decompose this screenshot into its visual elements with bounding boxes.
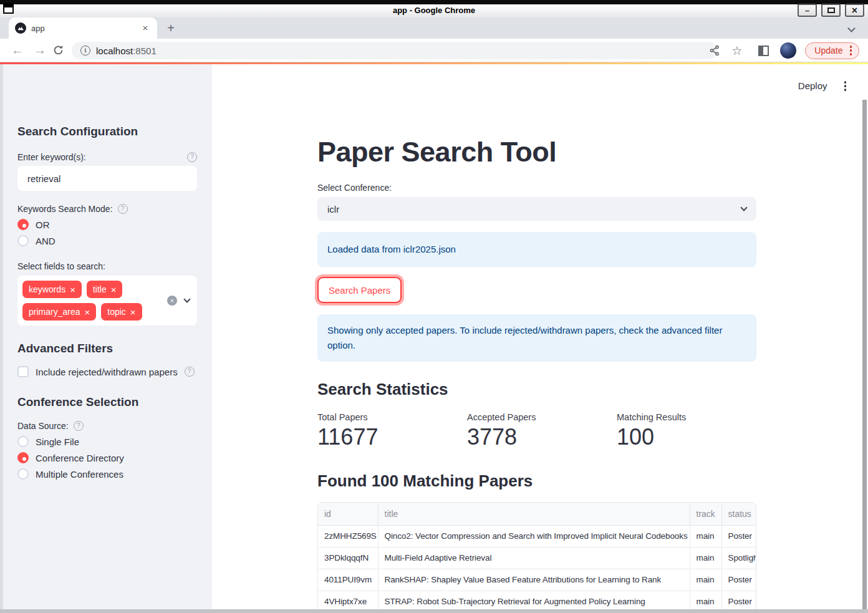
browser-toolbar: ← → i localhost :8501 ☆ Update <box>0 39 868 62</box>
column-header[interactable]: status <box>721 503 756 525</box>
table-header-row: idtitletrackstatus <box>318 503 756 525</box>
radio-button[interactable] <box>17 219 29 230</box>
browser-menu-icon <box>848 44 854 57</box>
tag-remove-icon[interactable]: × <box>111 285 117 294</box>
tag-remove-icon[interactable]: × <box>70 285 75 294</box>
tab-search-chevron-icon[interactable] <box>847 24 856 32</box>
radio-option[interactable]: OR <box>17 219 197 230</box>
keyword-input[interactable]: retrieval <box>17 166 197 191</box>
table-cell[interactable]: 4011PUI9vm <box>318 569 378 591</box>
field-tag: primary_area × <box>22 303 96 321</box>
field-tag: title × <box>87 281 123 298</box>
data-source-help-icon[interactable]: ? <box>74 421 84 431</box>
radio-button[interactable] <box>17 468 29 480</box>
tab-close-icon[interactable]: × <box>140 22 151 34</box>
field-tag: topic × <box>101 303 142 321</box>
page-title: Paper Search Tool <box>317 138 756 165</box>
new-tab-button[interactable]: + <box>163 21 178 36</box>
table-cell[interactable]: main <box>690 525 721 547</box>
table-cell[interactable]: main <box>690 591 721 609</box>
radio-button[interactable] <box>17 235 29 246</box>
checkbox-label: Include rejected/withdrawn papers <box>36 367 178 377</box>
radio-button[interactable] <box>17 452 29 463</box>
table-cell[interactable]: RankSHAP: Shapley Value Based Feature At… <box>378 569 690 591</box>
forward-icon[interactable]: → <box>31 41 49 59</box>
main-content: Paper Search Tool Select Conference: icl… <box>317 64 756 609</box>
scrollbar-thumb[interactable] <box>862 100 867 609</box>
table-cell[interactable]: main <box>690 569 721 591</box>
metric-label: Accepted Papers <box>467 412 607 422</box>
table-cell[interactable]: Spotlight <box>721 547 756 569</box>
column-header[interactable]: track <box>690 503 721 525</box>
metric: Matching Results 100 <box>617 412 756 449</box>
tag-remove-icon[interactable]: × <box>84 307 90 317</box>
radio-button[interactable] <box>17 436 29 447</box>
search-papers-label: Search Papers <box>329 285 390 296</box>
radio-option[interactable]: Single File <box>17 436 197 447</box>
checkbox-help-icon[interactable]: ? <box>185 367 195 377</box>
side-panel-icon[interactable] <box>758 46 769 56</box>
share-icon[interactable] <box>709 45 720 56</box>
reload-icon[interactable] <box>52 44 70 56</box>
app-menu-icon[interactable] <box>842 79 849 93</box>
info-loaded-banner: Loaded data from iclr2025.json <box>317 232 756 267</box>
streamlit-favicon-icon <box>15 22 26 34</box>
conference-select-label: Select Conference: <box>317 183 756 193</box>
metric-value: 100 <box>617 425 756 449</box>
radio-option[interactable]: AND <box>17 235 197 246</box>
mode-help-icon[interactable]: ? <box>118 204 128 214</box>
tag-remove-icon[interactable]: × <box>130 307 136 317</box>
results-dataframe[interactable]: idtitletrackstatus 2zMHHZ569SQinco2: Vec… <box>317 502 756 609</box>
radio-label: AND <box>36 236 55 246</box>
mode-radio-group: OR AND <box>17 219 197 246</box>
clear-all-icon[interactable]: × <box>167 296 177 306</box>
address-bar[interactable]: i localhost :8501 <box>72 42 717 59</box>
chrome-update-button[interactable]: Update <box>805 42 859 59</box>
search-papers-button[interactable]: Search Papers <box>317 277 402 303</box>
table-cell[interactable]: Multi-Field Adaptive Retrieval <box>378 547 690 569</box>
table-cell[interactable]: Poster <box>721 591 756 609</box>
sidebar-heading-search-config: Search Configuration <box>17 125 197 138</box>
table-cell[interactable]: Qinco2: Vector Compression and Search wi… <box>378 525 690 547</box>
table-cell[interactable]: 4VHiptx7xe <box>318 591 378 609</box>
profile-avatar[interactable] <box>780 42 796 59</box>
multiselect-chevron-down-icon[interactable] <box>183 296 190 302</box>
metric: Total Papers 11677 <box>317 412 457 449</box>
sidebar-heading-advanced-filters: Advanced Filters <box>17 342 197 355</box>
checkbox[interactable] <box>17 366 29 377</box>
conference-selectbox[interactable]: iclr <box>317 197 756 221</box>
table-cell[interactable]: Poster <box>721 569 756 591</box>
site-info-icon[interactable]: i <box>80 46 90 56</box>
close-icon: × <box>852 5 857 16</box>
results-heading: Found 100 Matching Papers <box>317 472 756 490</box>
radio-option[interactable]: Conference Directory <box>17 452 197 463</box>
table-cell[interactable]: 2zMHHZ569S <box>318 525 378 547</box>
table-cell[interactable]: main <box>690 547 721 569</box>
info-filter-banner: Showing only accepted papers. To include… <box>317 314 756 362</box>
keyword-input-value: retrieval <box>27 173 60 184</box>
table-cell[interactable]: 3PDklqqqfN <box>318 547 378 569</box>
keyword-help-icon[interactable]: ? <box>187 152 197 162</box>
table-cell[interactable]: Poster <box>721 525 756 547</box>
close-button[interactable]: × <box>845 4 864 17</box>
radio-option[interactable]: Multiple Conferences <box>17 468 197 480</box>
bookmark-star-icon[interactable]: ☆ <box>731 44 742 58</box>
include-rejected-checkbox-row[interactable]: Include rejected/withdrawn papers ? <box>17 366 197 377</box>
column-header[interactable]: title <box>378 503 690 525</box>
fields-multiselect[interactable]: keywords × title × primary_area × topic … <box>17 276 197 326</box>
minimize-button[interactable]: – <box>798 4 817 17</box>
streamlit-decoration-bar <box>0 62 868 64</box>
back-icon[interactable]: ← <box>9 41 26 59</box>
field-tag-label: title <box>93 284 107 294</box>
table-cell[interactable]: STRAP: Robot Sub-Trajectory Retrieval fo… <box>378 591 690 609</box>
window-title: app - Google Chrome <box>0 6 868 15</box>
deploy-button[interactable]: Deploy <box>798 80 827 91</box>
column-header[interactable]: id <box>318 503 378 525</box>
metric: Accepted Papers 3778 <box>467 412 607 449</box>
table-row: 4VHiptx7xeSTRAP: Robot Sub-Trajectory Re… <box>318 591 756 609</box>
maximize-button[interactable] <box>821 4 841 17</box>
table-row: 4011PUI9vmRankSHAP: Shapley Value Based … <box>318 569 756 591</box>
sidebar: Search Configuration Enter keyword(s): ?… <box>0 64 212 609</box>
browser-tab-app[interactable]: app × <box>9 17 157 39</box>
url-host: localhost <box>96 46 133 56</box>
